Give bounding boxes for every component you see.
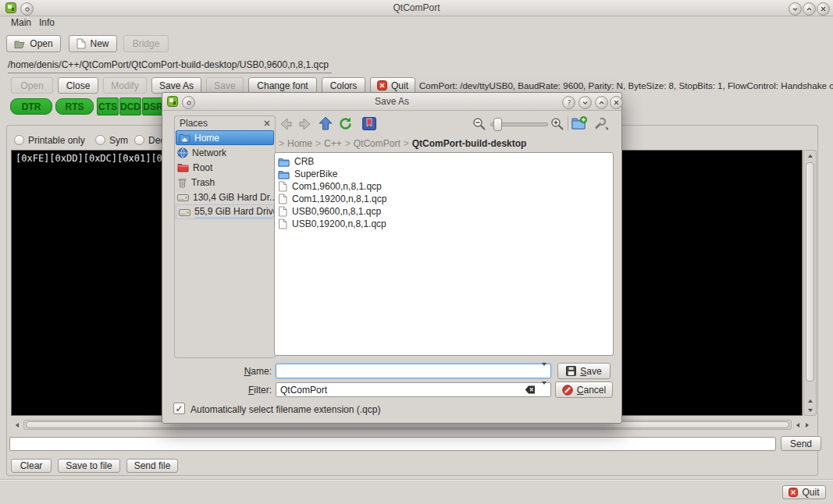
reload-button[interactable] [338, 116, 353, 131]
place-item-network[interactable]: Network [175, 145, 275, 160]
terminal-vscrollbar[interactable] [803, 150, 817, 416]
save-as-button[interactable]: Save As [151, 77, 201, 94]
dialog-menu-button[interactable] [182, 96, 195, 109]
place-label: Home [194, 133, 219, 144]
breadcrumb-current[interactable]: QtComPort-build-desktop [412, 138, 527, 149]
up-button[interactable] [319, 116, 333, 131]
filter-dropdown-icon[interactable] [538, 385, 550, 396]
folder-icon [278, 157, 290, 167]
file-row-usb0-9600[interactable]: USB0,9600,n,8,1.qcp [275, 205, 613, 218]
dialog-save-button[interactable]: Save [557, 363, 611, 379]
place-item-drive-55[interactable]: 55,9 GiB Hard Drive [176, 204, 274, 219]
forward-button[interactable] [297, 117, 313, 131]
dialog-cancel-button[interactable]: Cancel [555, 382, 613, 398]
change-font-button[interactable]: Change font [248, 77, 317, 94]
dialog-cancel-label: Cancel [577, 385, 606, 396]
zoom-out-icon[interactable] [472, 117, 486, 131]
auto-extension-checkbox[interactable] [173, 403, 185, 414]
send-file-button[interactable]: Send file [126, 459, 178, 473]
settings-wrench-icon[interactable] [593, 116, 611, 131]
qtcomport-app: { "app": { "title": "QtComPort", "menu":… [0, 0, 833, 504]
place-item-trash[interactable]: Trash [175, 175, 275, 190]
quit-toolbar-button[interactable]: Quit [370, 77, 415, 94]
dialog-close-button[interactable] [610, 96, 623, 109]
folder-icon [278, 169, 290, 179]
save-button[interactable]: Save [206, 77, 244, 94]
vscroll-thumb[interactable] [806, 162, 814, 382]
places-close-icon[interactable] [264, 120, 270, 126]
new-folder-icon[interactable] [571, 116, 588, 130]
scroll-up2-icon[interactable] [804, 396, 816, 406]
scroll-right-icon[interactable] [803, 420, 812, 430]
place-item-home[interactable]: Home [176, 130, 274, 145]
name-combo[interactable] [276, 364, 551, 378]
port-close-button[interactable]: Close [58, 77, 98, 94]
clear-filter-icon[interactable] [522, 385, 538, 394]
send-button[interactable]: Send [781, 436, 821, 451]
save-label: Save [214, 80, 235, 91]
root-folder-icon [177, 162, 189, 172]
zoom-in-icon[interactable] [550, 117, 564, 131]
quit-toolbar-label: Quit [391, 80, 408, 91]
trash-icon [177, 177, 187, 188]
rts-toggle[interactable]: RTS [55, 98, 94, 115]
name-dropdown-icon[interactable] [538, 366, 550, 377]
maximize-button[interactable] [803, 2, 816, 16]
colors-label: Colors [330, 80, 358, 91]
breadcrumb-cpp[interactable]: C++ [324, 138, 342, 149]
file-row-com1-19200[interactable]: Com1,19200,n,8,1.qcp [275, 193, 613, 205]
dtr-toggle[interactable]: DTR [10, 98, 52, 115]
file-icon [278, 193, 287, 204]
clear-label: Clear [20, 460, 43, 471]
dsr-indicator: DSR [142, 98, 164, 115]
name-input[interactable] [276, 365, 538, 377]
clear-button[interactable]: Clear [11, 459, 52, 473]
modify-button[interactable]: Modify [103, 77, 147, 94]
place-item-drive-130[interactable]: 130,4 GiB Hard Dr... [175, 190, 275, 204]
breadcrumb-home[interactable]: Home [287, 138, 312, 149]
file-row-crb[interactable]: CRB [275, 155, 613, 168]
sym-radio[interactable] [95, 135, 105, 145]
filter-label: Filter: [233, 385, 272, 396]
menu-info[interactable]: Info [33, 16, 61, 30]
filter-combo[interactable]: QtComPort [276, 382, 551, 397]
scroll-left2-icon[interactable] [793, 420, 803, 430]
file-row-usb0-19200[interactable]: USB0,19200,n,8,1.qcp [275, 218, 613, 230]
file-icon [278, 218, 287, 229]
name-label: Name: [233, 366, 272, 377]
zoom-slider-handle[interactable] [493, 118, 502, 131]
bookmarks-icon[interactable] [362, 117, 376, 130]
scroll-up-icon[interactable] [804, 151, 816, 161]
printable-only-radio[interactable] [14, 135, 24, 145]
quit-bottom-button[interactable]: Quit [782, 485, 826, 499]
quit-icon [377, 80, 387, 91]
scroll-left-icon[interactable] [12, 420, 22, 430]
file-icon [278, 206, 287, 217]
minimize-button[interactable] [789, 2, 802, 16]
place-item-root[interactable]: Root [175, 160, 275, 175]
dec-radio[interactable] [134, 135, 144, 145]
save-to-file-button[interactable]: Save to file [58, 459, 120, 473]
colors-button[interactable]: Colors [322, 77, 365, 94]
back-button[interactable] [278, 117, 294, 131]
file-list[interactable]: CRB SuperBike Com1,9600,n,8,1.qcp Com1,1… [274, 152, 614, 356]
breadcrumb-qtcomport[interactable]: QtComPort [354, 138, 400, 149]
scroll-down-icon[interactable] [804, 406, 816, 414]
new-file-button[interactable]: New [69, 35, 117, 52]
breadcrumb-separator [400, 138, 412, 149]
new-document-icon [77, 38, 86, 49]
network-icon [177, 147, 188, 158]
dialog-minimize-button[interactable] [578, 96, 592, 109]
open-file-button[interactable]: Open [6, 35, 61, 52]
file-row-superbike[interactable]: SuperBike [275, 168, 613, 180]
port-open-button[interactable]: Open [11, 77, 53, 94]
close-button[interactable] [817, 2, 830, 16]
dialog-help-button[interactable]: ? [562, 96, 575, 109]
file-row-com1-9600[interactable]: Com1,9600,n,8,1.qcp [275, 180, 613, 193]
hard-drive-icon [179, 208, 190, 217]
breadcrumb-separator [312, 138, 324, 149]
window-menu-button[interactable] [20, 2, 34, 16]
dialog-maximize-button[interactable] [595, 96, 608, 109]
bridge-button[interactable]: Bridge [123, 35, 169, 52]
send-input[interactable] [9, 437, 776, 451]
